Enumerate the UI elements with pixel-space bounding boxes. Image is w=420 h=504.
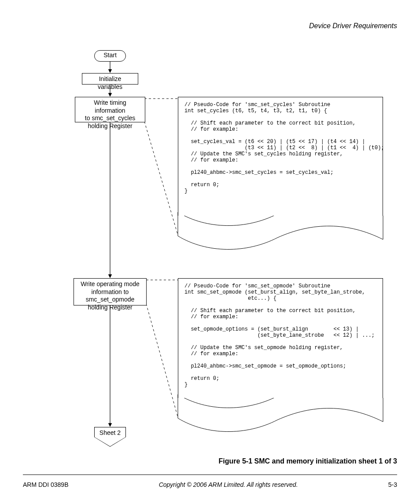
start-node: Start <box>94 50 126 62</box>
figure-caption: Figure 5-1 SMC and memory initialization… <box>219 457 397 465</box>
page-header: Device Driver Requirements <box>309 22 397 30</box>
svg-line-7 <box>146 304 178 417</box>
offpage-sheet2: Sheet 2 <box>94 427 126 447</box>
flowchart-diagram: Start Initialize variables Write timing … <box>0 40 420 453</box>
page: Device Driver Requirements <box>0 0 420 504</box>
write-opmode-node: Write operating mode information to smc_… <box>74 278 147 305</box>
page-footer: ARM DDI 0389B Copyright © 2006 ARM Limit… <box>23 481 397 488</box>
footer-divider <box>23 475 397 475</box>
footer-doc-id: ARM DDI 0389B <box>23 481 68 488</box>
offpage-arrowhead <box>94 437 126 447</box>
footer-copyright: Copyright © 2006 ARM Limited. All rights… <box>159 481 298 488</box>
footer-page-number: 5-3 <box>388 481 397 488</box>
svg-line-5 <box>144 121 178 235</box>
write-timing-node: Write timing information to smc_set_cycl… <box>75 97 145 122</box>
set-cycles-code: // Pseudo-Code for 'smc_set_cycles' Subr… <box>178 97 383 216</box>
set-opmode-code: // Pseudo-Code for 'smc_set_opmode' Subr… <box>178 278 383 398</box>
init-variables-node: Initialize variables <box>82 73 138 85</box>
offpage-label: Sheet 2 <box>94 427 126 437</box>
